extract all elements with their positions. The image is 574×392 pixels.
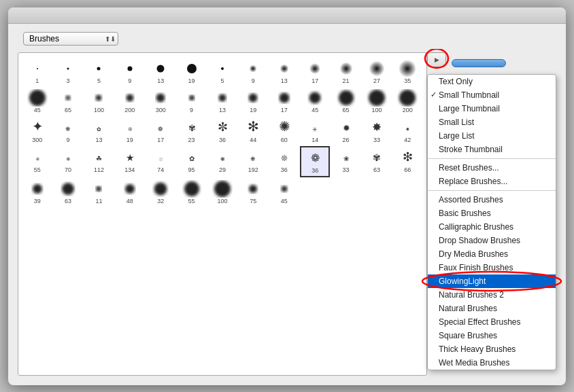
brush-cell[interactable]: 9	[177, 86, 206, 116]
preset-manager-window: Brushes ⬆⬇ 13591319591317212735456510020…	[8, 7, 566, 385]
brush-cell[interactable]: 11	[84, 177, 114, 207]
brush-cell[interactable]: 100	[207, 177, 237, 207]
dropdown-menu-item[interactable]: Special Effect Brushes	[428, 315, 556, 329]
brush-cell[interactable]: ✻44	[239, 116, 268, 146]
brush-cell[interactable]: ★134	[115, 146, 144, 177]
brush-cell[interactable]: 55	[177, 177, 206, 207]
dropdown-menu-button[interactable]: ▶	[427, 52, 446, 67]
preset-type-select[interactable]: Brushes	[23, 32, 118, 46]
dropdown-menu-item[interactable]: Reset Brushes...	[428, 161, 556, 175]
brush-cell[interactable]: 200	[115, 86, 144, 116]
dropdown-menu-item[interactable]: Faux Finish Brushes	[428, 261, 556, 274]
dropdown-menu-item[interactable]: Large List	[428, 129, 556, 143]
brush-cell[interactable]: 19	[177, 57, 206, 87]
brush-cell[interactable]: ❁17	[146, 116, 175, 146]
brush-cell[interactable]: ☘112	[84, 146, 114, 177]
brush-cell[interactable]: 27	[362, 57, 391, 87]
brush-cell[interactable]: 32	[146, 177, 175, 207]
brush-cell[interactable]: ✾23	[177, 116, 206, 146]
brush-cell[interactable]: ❀33	[331, 146, 360, 177]
brush-cell[interactable]: ✺60	[269, 116, 299, 146]
dropdown-menu-item[interactable]: Square Brushes	[428, 329, 556, 342]
brush-cell[interactable]: ✿95	[177, 146, 206, 177]
dropdown-menu-item[interactable]: Dry Media Brushes	[428, 247, 556, 261]
brush-cell[interactable]: ✳55	[22, 146, 52, 177]
brush-size-label: 11	[95, 198, 102, 205]
brush-thumbnail: ❋	[58, 118, 78, 137]
dropdown-menu-item[interactable]: Wet Media Brushes	[428, 356, 556, 370]
svg-text:✾: ✾	[373, 152, 381, 163]
brush-cell[interactable]: 48	[115, 177, 144, 207]
brush-cell[interactable]: 65	[53, 86, 82, 116]
brush-cell[interactable]: 200	[393, 86, 422, 116]
brush-cell[interactable]: ✵70	[53, 146, 82, 177]
brush-cell[interactable]: 5	[207, 57, 237, 87]
brush-cell[interactable]: ✿13	[84, 116, 114, 146]
brush-cell[interactable]: ✸33	[362, 116, 391, 146]
brush-cell[interactable]: 5	[84, 57, 114, 87]
brush-cell[interactable]: ❊19	[115, 116, 144, 146]
brush-cell[interactable]: 63	[53, 177, 82, 207]
svg-point-54	[96, 186, 101, 192]
brush-cell[interactable]: 65	[331, 86, 360, 116]
dropdown-menu-item[interactable]: Replace Brushes...	[428, 175, 556, 188]
brush-cell[interactable]: 100	[84, 86, 114, 116]
svg-text:❇: ❇	[403, 150, 413, 164]
brush-cell[interactable]: ✾63	[362, 146, 391, 177]
dropdown-menu-item[interactable]: Small Thumbnail	[428, 88, 556, 102]
dropdown-menu-item[interactable]: Calligraphic Brushes	[428, 220, 556, 234]
dropdown-menu-item[interactable]: Basic Brushes	[428, 207, 556, 220]
brush-size-label: 1	[35, 78, 39, 85]
dropdown-menu-item[interactable]: Drop Shadow Brushes	[428, 234, 556, 247]
svg-point-12	[399, 60, 416, 77]
brush-cell[interactable]: ☆74	[146, 146, 175, 177]
brush-cell[interactable]: 17	[300, 57, 329, 87]
brush-cell[interactable]: ⚹14	[300, 116, 329, 146]
brush-cell[interactable]: ❋9	[53, 116, 82, 146]
brush-cell[interactable]: 9	[239, 57, 268, 87]
preset-type-select-wrapper[interactable]: Brushes ⬆⬇	[23, 32, 118, 46]
svg-text:✼: ✼	[217, 120, 227, 134]
brush-cell[interactable]: 17	[269, 86, 299, 116]
dropdown-menu-item[interactable]: Large Thumbnail	[428, 102, 556, 115]
dropdown-menu-item[interactable]: Stroke Thumbnail	[428, 143, 556, 156]
brush-cell[interactable]: ❇66	[393, 146, 422, 177]
brush-cell[interactable]: 21	[331, 57, 360, 87]
dropdown-menu-item[interactable]: Natural Brushes	[428, 302, 556, 315]
brush-cell[interactable]: ❃29	[207, 146, 237, 177]
brush-thumbnail	[243, 88, 263, 107]
brush-cell[interactable]: 45	[22, 86, 52, 116]
dropdown-menu-item[interactable]: Assorted Brushes	[428, 193, 556, 207]
svg-point-8	[280, 64, 288, 73]
brush-cell[interactable]: ❊36	[269, 146, 299, 177]
dropdown-menu-item[interactable]: Text Only	[428, 75, 556, 88]
brush-thumbnail	[120, 179, 140, 198]
dropdown-menu-item[interactable]: Thick Heavy Brushes	[428, 342, 556, 356]
brush-cell[interactable]: ❋192	[239, 146, 268, 177]
brush-cell[interactable]: ✷42	[393, 116, 422, 146]
brush-cell[interactable]: 300	[146, 86, 175, 116]
dropdown-menu-item[interactable]: Natural Brushes 2	[428, 288, 556, 302]
brush-cell[interactable]: 3	[53, 57, 82, 87]
brush-cell[interactable]: 19	[239, 86, 268, 116]
brush-cell[interactable]: 100	[362, 86, 391, 116]
brush-thumbnail	[367, 59, 387, 78]
brush-cell[interactable]: ✹26	[331, 116, 360, 146]
brush-cell[interactable]: ✦300	[22, 116, 52, 146]
brush-cell[interactable]: 13	[269, 57, 299, 87]
brush-cell[interactable]: 9	[115, 57, 144, 87]
brush-cell[interactable]: 35	[393, 57, 422, 87]
brush-cell[interactable]: 45	[300, 86, 329, 116]
brush-cell[interactable]: 1	[22, 57, 52, 87]
brush-cell[interactable]: 13	[146, 57, 175, 87]
dropdown-menu-item[interactable]: Small List	[428, 115, 556, 129]
brush-cell[interactable]: 75	[239, 177, 268, 207]
brush-cell[interactable]: 39	[22, 177, 52, 207]
brush-cell[interactable]: 45	[269, 177, 299, 207]
dropdown-menu-item[interactable]: GlowingLight	[428, 274, 556, 288]
brush-size-label: 9	[252, 78, 255, 85]
brush-cell[interactable]: 13	[207, 86, 237, 116]
brush-cell[interactable]: ✼36	[207, 116, 237, 146]
done-button[interactable]	[452, 59, 506, 67]
brush-cell[interactable]: ❁36	[300, 146, 329, 177]
